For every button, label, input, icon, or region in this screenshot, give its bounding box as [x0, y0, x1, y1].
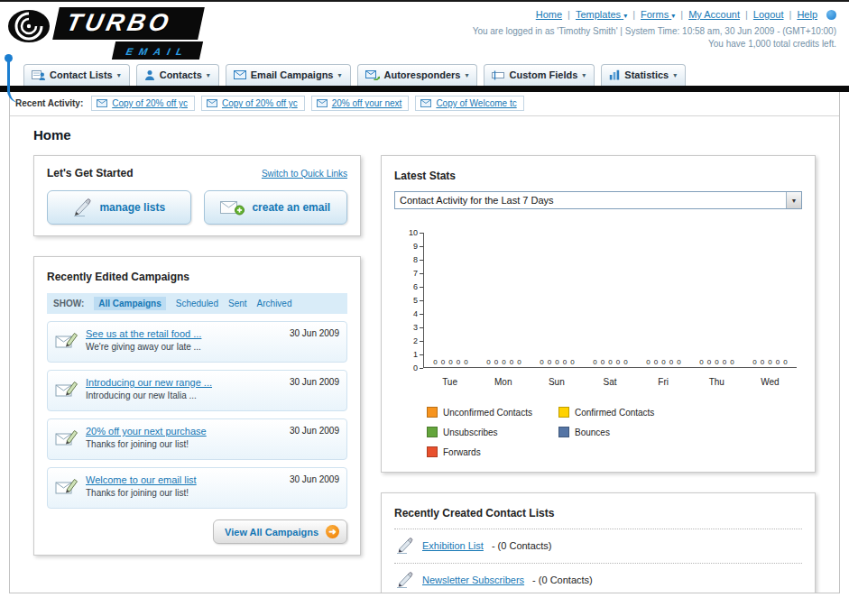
- stats-range-value: Contact Activity for the Last 7 Days: [400, 195, 554, 206]
- view-all-campaigns-button[interactable]: View All Campaigns ➜: [213, 519, 347, 544]
- campaign-link[interactable]: 20% off your next purchase: [86, 426, 207, 437]
- nav-tab-label: Email Campaigns: [251, 69, 334, 80]
- chart-value-group: 00000: [690, 358, 743, 366]
- edit-email-icon: [55, 428, 78, 447]
- nav-tab-autoresponders[interactable]: Autoresponders ▾: [357, 64, 478, 86]
- chart-value-label: 0: [654, 358, 658, 366]
- filter-sent[interactable]: Sent: [228, 299, 247, 308]
- campaign-link[interactable]: See us at the retail food ...: [86, 328, 201, 339]
- nav-tab-statistics[interactable]: Statistics ▾: [601, 64, 686, 86]
- chart-value-label: 0: [517, 358, 521, 366]
- chevron-down-icon: ▾: [207, 71, 210, 79]
- nav-tab-custom-fields[interactable]: Custom Fields ▾: [484, 64, 595, 86]
- recent-activity-link[interactable]: Copy of Welcome tc: [436, 98, 516, 108]
- page: TURBO EMAIL Home | Templates ▾ | Forms ▾…: [0, 0, 849, 616]
- chart-y-axis: 109876543210: [400, 228, 423, 372]
- chart-value-label: 0: [677, 358, 680, 366]
- get-started-panel: Let's Get Started Switch to Quick Links: [33, 155, 361, 236]
- filter-scheduled[interactable]: Scheduled: [176, 299, 218, 308]
- y-axis-tick: 9: [400, 242, 423, 251]
- chart-value-label: 0: [669, 358, 673, 366]
- header-link-templates[interactable]: Templates ▾: [576, 9, 627, 20]
- legend-label: Unsubscribes: [443, 428, 498, 437]
- edit-email-icon: [55, 476, 78, 496]
- header-link-my-account[interactable]: My Account: [688, 9, 740, 20]
- nav-tab-label: Statistics: [624, 69, 669, 80]
- app-logo: TURBO EMAIL: [5, 7, 201, 58]
- main-nav: Contact Lists ▾ Contacts ▾ Email Campaig…: [0, 60, 849, 86]
- chevron-down-icon: ▾: [582, 71, 586, 79]
- chart-value-label: 0: [510, 358, 513, 366]
- chart-value-label: 0: [486, 358, 490, 366]
- main-content: Home Let's Get Started Switch to Quick L…: [10, 116, 839, 593]
- decorative-dot: [826, 10, 836, 20]
- nav-tab-contacts[interactable]: Contacts ▾: [136, 64, 219, 86]
- chart-value-group: 00000: [637, 358, 690, 366]
- statistics-icon: [609, 69, 620, 80]
- stats-panel: Latest Stats Contact Activity for the La…: [381, 155, 816, 473]
- stats-range-select[interactable]: Contact Activity for the Last 7 Days ▼: [394, 191, 802, 209]
- y-axis-tick: 7: [400, 269, 423, 278]
- manage-lists-button[interactable]: manage lists: [47, 190, 191, 225]
- nav-tab-label: Contact Lists: [50, 69, 113, 80]
- legend-label: Confirmed Contacts: [575, 408, 654, 418]
- chart-value-group: 00000: [424, 358, 477, 366]
- show-label: SHOW:: [53, 299, 84, 308]
- logo-secondary-bar: EMAIL: [112, 41, 203, 60]
- legend-swatch: [558, 427, 569, 437]
- left-column: Let's Get Started Switch to Quick Links: [33, 155, 361, 593]
- legend-swatch: [427, 407, 438, 418]
- chart-value-group: 00000: [477, 358, 531, 366]
- campaigns-title: Recently Edited Campaigns: [47, 271, 189, 283]
- chart-value-label: 0: [464, 358, 467, 366]
- contact-list-link[interactable]: Newsletter Subscribers: [422, 575, 524, 585]
- chart-value-label: 0: [433, 358, 437, 366]
- chart-value-group: 00000: [584, 358, 637, 366]
- chart-value-label: 0: [783, 358, 787, 366]
- header-link-logout[interactable]: Logout: [753, 9, 784, 20]
- chart-day-labels: TueMonSunSatFriThuWed: [423, 377, 797, 387]
- campaigns-filter-bar: SHOW: All Campaigns Scheduled Sent Archi…: [47, 293, 347, 314]
- chart-value-label: 0: [448, 358, 452, 366]
- legend-swatch: [427, 427, 438, 437]
- header-link-forms[interactable]: Forms ▾: [641, 9, 675, 20]
- campaign-subtitle: Thanks for joining our list!: [86, 488, 197, 498]
- create-email-button[interactable]: create an email: [204, 190, 348, 225]
- chart-value-label: 0: [563, 358, 567, 366]
- chart-value-label: 0: [555, 358, 558, 366]
- x-axis-label: Sun: [530, 377, 583, 387]
- nav-tab-email-campaigns[interactable]: Email Campaigns ▾: [226, 64, 351, 86]
- header-link-label: Forms: [641, 9, 669, 20]
- chart-value-label: 0: [608, 358, 612, 366]
- campaign-item: Welcome to our email list Thanks for joi…: [47, 467, 347, 509]
- filter-archived[interactable]: Archived: [257, 299, 292, 308]
- contact-list-item: Exhibition List - (0 Contacts): [394, 529, 802, 564]
- chart-value-label: 0: [601, 358, 604, 366]
- chart-value-label: 0: [768, 358, 771, 366]
- header-link-home[interactable]: Home: [536, 9, 562, 20]
- y-axis-tick: 3: [400, 323, 423, 332]
- switch-quick-links-link[interactable]: Switch to Quick Links: [262, 169, 347, 179]
- recent-activity-link[interactable]: 20% off your next: [332, 98, 402, 108]
- recent-activity-item: Copy of Welcome tc: [415, 96, 523, 111]
- campaign-subtitle: Introducing our new Italia ...: [86, 391, 212, 400]
- chart-plot-area: 00000000000000000000000000000000000: [423, 233, 797, 368]
- recent-activity-bar: Recent Activity: Copy of 20% off yc Copy…: [10, 92, 839, 116]
- campaign-link[interactable]: Welcome to our email list: [86, 474, 197, 485]
- chart-legend: Unconfirmed ContactsConfirmed ContactsUn…: [427, 407, 797, 457]
- envelope-icon: [97, 99, 107, 107]
- create-email-label: create an email: [252, 201, 330, 214]
- chart-value-label: 0: [441, 358, 445, 366]
- campaigns-panel: Recently Edited Campaigns SHOW: All Camp…: [33, 256, 361, 556]
- nav-tab-contact-lists[interactable]: Contact Lists ▾: [23, 64, 130, 86]
- legend-swatch: [427, 446, 438, 457]
- campaign-link[interactable]: Introducing our new range ...: [86, 377, 212, 388]
- contact-list-link[interactable]: Exhibition List: [422, 540, 484, 551]
- recent-activity-link[interactable]: Copy of 20% off yc: [222, 98, 298, 108]
- chevron-down-icon: ▾: [465, 71, 468, 79]
- legend-label: Unconfirmed Contacts: [443, 408, 532, 418]
- filter-all-campaigns[interactable]: All Campaigns: [94, 297, 165, 310]
- recent-activity-link[interactable]: Copy of 20% off yc: [112, 98, 188, 108]
- chart-value-label: 0: [540, 358, 543, 366]
- header-link-help[interactable]: Help: [797, 9, 817, 20]
